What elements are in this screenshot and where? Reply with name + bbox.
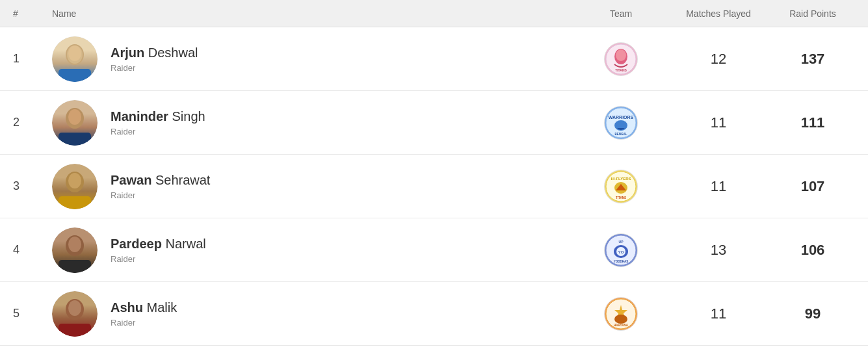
team-badge: UP YO YODDHAS — [604, 233, 638, 267]
table-row: 4 Pardeep Narwal Raider — [0, 218, 868, 282]
player-name: Arjun Deshwal — [111, 45, 198, 60]
avatar — [52, 100, 98, 146]
rank-number: 3 — [13, 179, 20, 192]
team-badge: TITANS — [604, 42, 638, 76]
svg-text:YODDHAS: YODDHAS — [614, 260, 629, 263]
first-name: Maninder — [111, 109, 168, 123]
avatar — [52, 36, 98, 82]
svg-text:WARRIORS: WARRIORS — [609, 115, 634, 120]
svg-rect-9 — [59, 133, 91, 146]
svg-text:TITANS: TITANS — [616, 196, 626, 200]
last-name: Malik — [147, 300, 178, 315]
last-name: Sehrawat — [155, 173, 211, 187]
player-name: Maninder Singh — [111, 109, 205, 124]
leaderboard-table: # Name Team Matches Played Raid Points 1 — [0, 0, 868, 346]
player-text: Ashu Malik Raider — [111, 300, 177, 328]
svg-point-10 — [68, 109, 81, 125]
svg-text:HARYANA: HARYANA — [614, 324, 629, 327]
table-header: # Name Team Matches Played Raid Points — [0, 0, 868, 27]
team-logo: HI-FLYERS TITANS — [575, 170, 666, 203]
svg-point-6 — [616, 49, 626, 61]
team-logo: WARRIORS BENGAL — [575, 106, 666, 140]
first-name: Pawan — [111, 173, 151, 187]
player-info: Arjun Deshwal Raider — [52, 36, 575, 82]
player-name: Pardeep Narwal — [111, 237, 206, 252]
svg-text:UP: UP — [619, 240, 624, 244]
team-badge: WARRIORS BENGAL — [604, 106, 638, 140]
player-role: Raider — [111, 254, 206, 264]
header-points: Raid Points — [770, 8, 855, 19]
svg-point-24 — [68, 237, 81, 252]
player-role: Raider — [111, 318, 177, 328]
player-name: Pawan Sehrawat — [111, 173, 210, 188]
last-name: Singh — [172, 109, 205, 123]
header-matches: Matches Played — [666, 8, 770, 19]
last-name: Deshwal — [148, 45, 198, 60]
header-team: Team — [575, 8, 666, 19]
rank-number: 5 — [13, 307, 20, 320]
team-logo: HARYANA — [575, 297, 666, 331]
player-info: Ashu Malik Raider — [52, 291, 575, 337]
header-name: Name — [52, 8, 575, 19]
player-text: Pawan Sehrawat Raider — [111, 173, 210, 200]
svg-point-17 — [68, 173, 81, 188]
matches-value: 12 — [666, 51, 770, 68]
svg-text:TITANS: TITANS — [615, 68, 627, 72]
points-value: 137 — [770, 51, 855, 68]
points-value: 111 — [770, 114, 855, 131]
player-role: Raider — [111, 63, 198, 73]
svg-point-33 — [68, 300, 81, 316]
player-text: Arjun Deshwal Raider — [111, 45, 198, 73]
first-name: Pardeep — [111, 237, 162, 251]
svg-text:HI-FLYERS: HI-FLYERS — [611, 177, 631, 181]
matches-value: 11 — [666, 178, 770, 195]
first-name: Ashu — [111, 300, 143, 315]
player-role: Raider — [111, 190, 210, 200]
table-row: 1 Arjun Deshwal Rai — [0, 27, 868, 91]
player-role: Raider — [111, 127, 205, 136]
svg-point-36 — [614, 315, 627, 324]
avatar — [52, 227, 98, 273]
svg-point-3 — [68, 45, 81, 61]
table-row: 5 Ashu Malik Raider — [0, 282, 868, 346]
table-row: 2 Maninder Singh Raider — [0, 91, 868, 155]
matches-value: 11 — [666, 114, 770, 131]
points-value: 107 — [770, 178, 855, 195]
player-text: Pardeep Narwal Raider — [111, 237, 206, 264]
rank-number: 1 — [13, 52, 20, 65]
player-name: Ashu Malik — [111, 300, 177, 315]
first-name: Arjun — [111, 45, 144, 60]
matches-value: 13 — [666, 242, 770, 259]
team-logo: TITANS — [575, 42, 666, 76]
svg-rect-23 — [59, 260, 91, 273]
team-badge: HI-FLYERS TITANS — [604, 170, 638, 203]
table-row: 3 Pawan Sehrawat Raider — [0, 155, 868, 218]
matches-value: 11 — [666, 305, 770, 322]
team-logo: UP YO YODDHAS — [575, 233, 666, 267]
player-info: Maninder Singh Raider — [52, 100, 575, 146]
svg-text:YO: YO — [618, 250, 624, 254]
svg-text:BENGAL: BENGAL — [615, 133, 627, 136]
player-info: Pardeep Narwal Raider — [52, 227, 575, 273]
rank-number: 2 — [13, 116, 20, 129]
avatar — [52, 291, 98, 337]
svg-rect-16 — [59, 196, 91, 209]
rank-number: 4 — [13, 243, 20, 256]
points-value: 99 — [770, 305, 855, 322]
player-info: Pawan Sehrawat Raider — [52, 164, 575, 209]
avatar — [52, 164, 98, 209]
player-text: Maninder Singh Raider — [111, 109, 205, 136]
last-name: Narwal — [166, 237, 206, 251]
points-value: 106 — [770, 242, 855, 259]
team-badge: HARYANA — [604, 297, 638, 331]
svg-rect-2 — [59, 69, 91, 82]
header-rank: # — [13, 8, 52, 19]
svg-rect-32 — [59, 324, 91, 337]
